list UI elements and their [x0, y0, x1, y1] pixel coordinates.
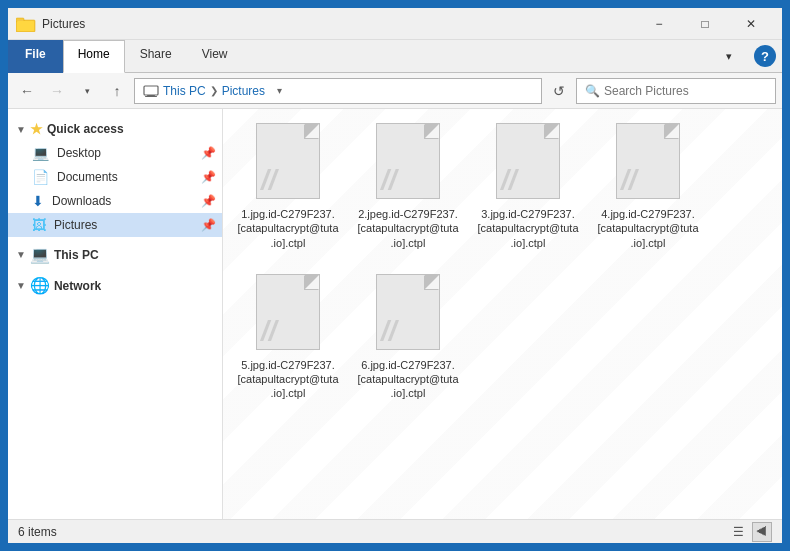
statusbar: 6 items ☰ ⯇	[8, 519, 782, 543]
window-controls: − □ ✕	[636, 8, 774, 40]
pictures-folder-icon: 🖼	[32, 217, 46, 233]
pin-icon-pictures: 📌	[201, 218, 216, 232]
sidebar-desktop-label: Desktop	[57, 146, 101, 160]
pin-icon-desktop: 📌	[201, 146, 216, 160]
network-icon: 🌐	[30, 276, 50, 295]
explorer-window: Pictures − □ ✕ File Home Share View ▾ ? …	[7, 7, 783, 544]
ribbon-tabs: File Home Share View ▾ ?	[8, 40, 782, 73]
list-item[interactable]: //5.jpg.id-C279F237.[catapultacrypt@tuta…	[233, 270, 343, 405]
breadcrumb-sep-1: ❯	[210, 85, 218, 96]
window-icon	[16, 16, 36, 32]
recent-locations-button[interactable]: ▾	[74, 78, 100, 104]
file-label: 4.jpg.id-C279F237.[catapultacrypt@tuta.i…	[597, 207, 699, 250]
search-input[interactable]	[604, 84, 767, 98]
pin-icon-downloads: 📌	[201, 194, 216, 208]
quick-access-section: ▼ ★ Quick access 💻 Desktop 📌 📄 Documents…	[8, 117, 222, 237]
file-label: 5.jpg.id-C279F237.[catapultacrypt@tuta.i…	[237, 358, 339, 401]
search-bar: 🔍	[576, 78, 776, 104]
quick-access-header[interactable]: ▼ ★ Quick access	[8, 117, 222, 141]
large-icon-view-button[interactable]: ⯇	[752, 522, 772, 542]
up-button[interactable]: ↑	[104, 78, 130, 104]
svg-rect-5	[145, 96, 157, 97]
search-icon: 🔍	[585, 84, 600, 98]
quick-access-label: Quick access	[47, 122, 124, 136]
thispc-header[interactable]: ▼ 💻 This PC	[8, 241, 222, 268]
list-item[interactable]: //1.jpg.id-C279F237.[catapultacrypt@tuta…	[233, 119, 343, 254]
sidebar-item-pictures[interactable]: 🖼 Pictures 📌	[8, 213, 222, 237]
ribbon-collapse-button[interactable]: ▾	[714, 40, 744, 72]
file-label: 1.jpg.id-C279F237.[catapultacrypt@tuta.i…	[237, 207, 339, 250]
file-icon: //	[252, 123, 324, 203]
tab-home[interactable]: Home	[63, 40, 125, 73]
addressbar: ← → ▾ ↑ This PC ❯ Pictures ▾ ↺ 🔍	[8, 73, 782, 109]
sidebar: ▼ ★ Quick access 💻 Desktop 📌 📄 Documents…	[8, 109, 223, 519]
file-label: 3.jpg.id-C279F237.[catapultacrypt@tuta.i…	[477, 207, 579, 250]
file-watermark: //	[381, 315, 397, 347]
file-icon: //	[372, 123, 444, 203]
details-view-button[interactable]: ☰	[728, 522, 748, 542]
list-item[interactable]: //4.jpg.id-C279F237.[catapultacrypt@tuta…	[593, 119, 703, 254]
file-label: 6.jpg.id-C279F237.[catapultacrypt@tuta.i…	[357, 358, 459, 401]
file-watermark: //	[621, 164, 637, 196]
pin-icon-documents: 📌	[201, 170, 216, 184]
file-document-icon: //	[496, 123, 560, 199]
file-icon: //	[372, 274, 444, 354]
file-document-icon: //	[256, 123, 320, 199]
forward-button[interactable]: →	[44, 78, 70, 104]
file-watermark: //	[261, 315, 277, 347]
network-section: ▼ 🌐 Network	[8, 272, 222, 299]
window-title: Pictures	[42, 17, 636, 31]
breadcrumb-pictures[interactable]: Pictures	[222, 84, 265, 98]
main-area: ▼ ★ Quick access 💻 Desktop 📌 📄 Documents…	[8, 109, 782, 519]
file-watermark: //	[261, 164, 277, 196]
network-header[interactable]: ▼ 🌐 Network	[8, 272, 222, 299]
file-document-icon: //	[616, 123, 680, 199]
file-area: //1.jpg.id-C279F237.[catapultacrypt@tuta…	[223, 109, 782, 519]
view-controls: ☰ ⯇	[728, 522, 772, 542]
tab-file[interactable]: File	[8, 40, 63, 73]
tab-view[interactable]: View	[187, 40, 243, 73]
file-icon: //	[252, 274, 324, 354]
file-label: 2.jpeg.id-C279F237.[catapultacrypt@tuta.…	[357, 207, 459, 250]
file-watermark: //	[381, 164, 397, 196]
list-item[interactable]: //6.jpg.id-C279F237.[catapultacrypt@tuta…	[353, 270, 463, 405]
file-document-icon: //	[376, 274, 440, 350]
file-icon: //	[492, 123, 564, 203]
thispc-section: ▼ 💻 This PC	[8, 241, 222, 268]
tab-share[interactable]: Share	[125, 40, 187, 73]
file-document-icon: //	[256, 274, 320, 350]
item-count: 6 items	[18, 525, 57, 539]
downloads-folder-icon: ⬇	[32, 193, 44, 209]
sidebar-documents-label: Documents	[57, 170, 118, 184]
documents-folder-icon: 📄	[32, 169, 49, 185]
refresh-button[interactable]: ↺	[546, 78, 572, 104]
file-icon: //	[612, 123, 684, 203]
breadcrumb-dropdown[interactable]: ▾	[269, 78, 289, 104]
breadcrumb-thispc[interactable]: This PC	[163, 84, 206, 98]
thispc-icon: 💻	[30, 245, 50, 264]
ribbon: File Home Share View ▾ ?	[8, 40, 782, 73]
list-item[interactable]: //2.jpeg.id-C279F237.[catapultacrypt@tut…	[353, 119, 463, 254]
help-button[interactable]: ?	[754, 45, 776, 67]
titlebar: Pictures − □ ✕	[8, 8, 782, 40]
sidebar-pictures-label: Pictures	[54, 218, 97, 232]
sidebar-item-desktop[interactable]: 💻 Desktop 📌	[8, 141, 222, 165]
maximize-button[interactable]: □	[682, 8, 728, 40]
breadcrumb: This PC ❯ Pictures ▾	[134, 78, 542, 104]
network-label: Network	[54, 279, 101, 293]
thispc-label: This PC	[54, 248, 99, 262]
list-item[interactable]: //3.jpg.id-C279F237.[catapultacrypt@tuta…	[473, 119, 583, 254]
file-watermark: //	[501, 164, 517, 196]
sidebar-downloads-label: Downloads	[52, 194, 111, 208]
svg-rect-2	[17, 21, 34, 31]
desktop-folder-icon: 💻	[32, 145, 49, 161]
sidebar-item-documents[interactable]: 📄 Documents 📌	[8, 165, 222, 189]
minimize-button[interactable]: −	[636, 8, 682, 40]
back-button[interactable]: ←	[14, 78, 40, 104]
sidebar-item-downloads[interactable]: ⬇ Downloads 📌	[8, 189, 222, 213]
file-document-icon: //	[376, 123, 440, 199]
close-button[interactable]: ✕	[728, 8, 774, 40]
svg-rect-3	[144, 86, 158, 95]
this-pc-icon	[143, 84, 159, 98]
